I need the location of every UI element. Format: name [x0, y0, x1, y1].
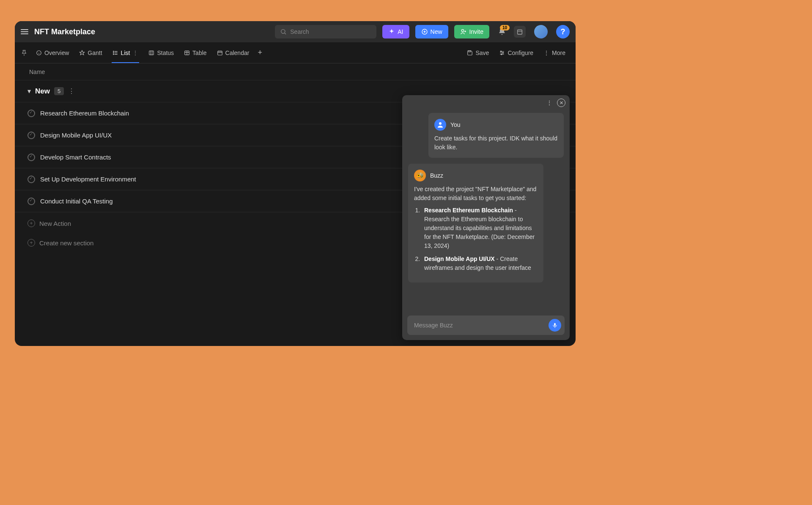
- star-icon: [79, 50, 85, 56]
- sliders-icon: [499, 50, 505, 56]
- svg-rect-25: [217, 51, 222, 55]
- plus-circle-icon: +: [27, 239, 35, 247]
- sparkle-icon: [388, 28, 395, 35]
- view-tabs: Overview Gantt List ⋮ Status Table Calen…: [15, 42, 576, 63]
- message-text: I've created the project "NFT Marketplac…: [414, 185, 538, 272]
- invite-button[interactable]: Invite: [454, 25, 489, 38]
- column-headers: Name: [15, 63, 576, 80]
- tab-status[interactable]: Status: [144, 42, 178, 63]
- project-title: NFT Marketplace: [34, 27, 95, 36]
- task-checkbox[interactable]: [27, 198, 35, 205]
- svg-point-18: [113, 54, 113, 54]
- chat-header: ⋮ ✕: [402, 95, 570, 110]
- chat-body: You Create tasks for this project. IDK w…: [402, 110, 570, 310]
- more-label: More: [552, 49, 565, 56]
- svg-point-36: [439, 122, 442, 125]
- search-input[interactable]: [290, 28, 371, 35]
- tab-label: Calendar: [225, 49, 250, 56]
- tab-label: Gantt: [88, 49, 102, 56]
- menu-icon[interactable]: [21, 29, 28, 34]
- user-plus-icon: [460, 28, 467, 35]
- info-icon: [36, 50, 42, 56]
- mic-button[interactable]: [549, 319, 561, 332]
- user-avatar[interactable]: [534, 25, 548, 38]
- plus-circle-icon: +: [27, 220, 35, 227]
- list-item: Research Ethereum Blockchain - Research …: [422, 206, 538, 250]
- svg-rect-37: [554, 323, 556, 326]
- table-icon: [184, 50, 190, 56]
- task-checkbox[interactable]: [27, 132, 35, 139]
- more-vertical-icon: ⋮: [543, 49, 549, 56]
- more-button[interactable]: ⋮ More: [539, 49, 570, 56]
- message-input[interactable]: [414, 322, 549, 329]
- svg-point-35: [501, 54, 502, 55]
- user-message: You Create tasks for this project. IDK w…: [428, 113, 564, 158]
- list-icon: [112, 50, 118, 56]
- svg-point-33: [501, 51, 502, 52]
- notifications-button[interactable]: 10: [498, 27, 506, 36]
- board-icon: [148, 50, 154, 56]
- mic-icon: [552, 322, 558, 328]
- svg-rect-19: [149, 51, 154, 55]
- task-checkbox[interactable]: [27, 176, 35, 183]
- tab-calendar[interactable]: Calendar: [213, 42, 254, 63]
- svg-point-0: [281, 30, 285, 33]
- chevron-down-icon[interactable]: ▾: [27, 87, 31, 95]
- svg-point-5: [461, 30, 464, 32]
- help-button[interactable]: ?: [556, 25, 570, 38]
- svg-rect-29: [469, 50, 471, 52]
- chat-input[interactable]: [407, 316, 565, 335]
- chat-panel: ⋮ ✕ You Create tasks for this project. I…: [402, 95, 570, 340]
- item-title: Research Ethereum Blockchain: [424, 207, 513, 214]
- svg-point-16: [113, 51, 113, 51]
- tab-label: Overview: [44, 49, 69, 56]
- user-avatar-icon: [434, 119, 446, 131]
- plus-icon: [421, 28, 428, 35]
- task-checkbox[interactable]: [27, 154, 35, 161]
- section-count: 5: [54, 87, 64, 95]
- configure-label: Configure: [508, 49, 533, 56]
- sender-name: You: [450, 121, 461, 129]
- top-bar: NFT Marketplace AI New Invite 10 ?: [15, 21, 576, 42]
- task-checkbox[interactable]: [27, 110, 35, 117]
- more-vertical-icon[interactable]: ⋮: [68, 87, 75, 95]
- new-action-label: New Action: [39, 220, 71, 227]
- close-icon[interactable]: ✕: [557, 99, 565, 107]
- notification-badge: 10: [500, 25, 510, 30]
- new-section-label: Create new section: [39, 239, 93, 247]
- svg-rect-8: [518, 30, 522, 34]
- ai-label: AI: [398, 28, 403, 35]
- tab-overview[interactable]: Overview: [32, 42, 73, 63]
- column-name: Name: [29, 69, 561, 75]
- search-box[interactable]: [275, 25, 376, 38]
- calendar-tray-icon[interactable]: [514, 26, 526, 38]
- add-view-button[interactable]: +: [255, 42, 265, 63]
- configure-button[interactable]: Configure: [495, 49, 538, 56]
- more-vertical-icon[interactable]: ⋮: [544, 98, 554, 108]
- tab-list[interactable]: List ⋮: [108, 42, 143, 63]
- more-vertical-icon[interactable]: ⋮: [132, 49, 138, 56]
- save-icon: [467, 50, 473, 56]
- list-item: Design Mobile App UI/UX - Create wirefra…: [422, 255, 538, 272]
- message-text: Create tasks for this project. IDK what …: [434, 134, 558, 152]
- app-window: NFT Marketplace AI New Invite 10 ?: [15, 21, 576, 346]
- plus-icon: +: [258, 48, 262, 57]
- ai-button[interactable]: AI: [382, 25, 409, 38]
- new-label: New: [431, 28, 442, 35]
- save-label: Save: [475, 49, 489, 56]
- svg-point-34: [503, 52, 504, 53]
- pin-icon[interactable]: [21, 49, 27, 56]
- tab-label: Table: [192, 49, 206, 56]
- search-icon: [280, 28, 287, 35]
- calendar-icon: [217, 50, 223, 56]
- chat-input-area: [402, 310, 570, 340]
- item-title: Design Mobile App UI/UX: [424, 255, 495, 262]
- new-button[interactable]: New: [415, 25, 448, 38]
- save-button[interactable]: Save: [463, 49, 493, 56]
- tab-label: Status: [157, 49, 174, 56]
- tab-gantt[interactable]: Gantt: [75, 42, 106, 63]
- tab-table[interactable]: Table: [180, 42, 211, 63]
- svg-point-17: [113, 52, 113, 53]
- svg-line-1: [285, 33, 286, 34]
- tab-label: List: [121, 49, 130, 56]
